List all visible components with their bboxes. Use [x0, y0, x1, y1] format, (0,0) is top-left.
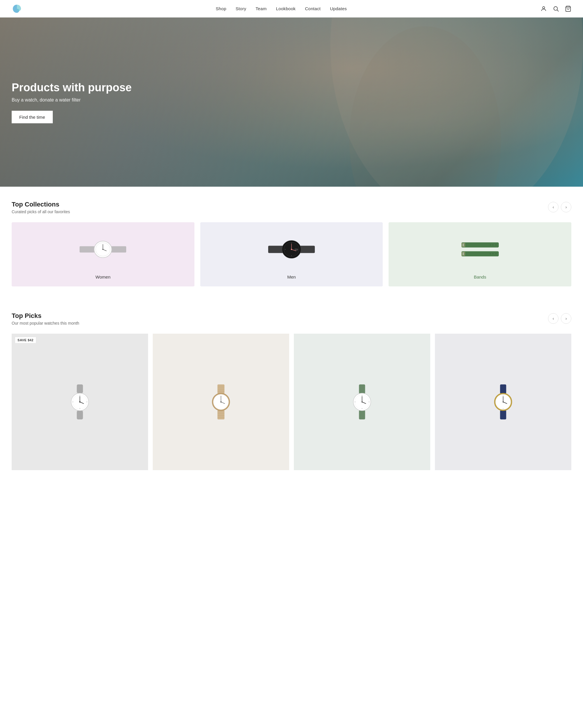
picks-grid: SAVE $42 — [12, 334, 571, 474]
svg-point-34 — [492, 254, 493, 254]
collection-men-card[interactable]: Men — [200, 222, 383, 286]
svg-rect-17 — [295, 249, 298, 251]
bands-image — [457, 236, 503, 262]
pick-watch-4 — [449, 347, 558, 457]
hero-subtitle: Buy a watch, donate a water filter — [12, 97, 132, 102]
picks-next-button[interactable]: › — [561, 313, 571, 324]
collections-heading: Top Collections Curated picks of all our… — [12, 201, 70, 214]
navbar: Shop Story Team Lookbook Contact Updates — [0, 0, 583, 18]
top-picks-section: Top Picks Our most popular watches this … — [0, 298, 583, 485]
account-icon[interactable] — [540, 5, 547, 12]
collections-subtitle: Curated picks of all our favorites — [12, 209, 70, 214]
svg-rect-27 — [463, 243, 463, 246]
nav-links: Shop Story Team Lookbook Contact Updates — [216, 6, 347, 11]
cart-icon[interactable] — [565, 5, 571, 12]
pick-card-4[interactable] — [435, 334, 571, 474]
svg-point-1 — [554, 6, 558, 10]
svg-rect-6 — [80, 246, 95, 252]
pick-watch-1 — [25, 347, 134, 457]
svg-point-0 — [543, 6, 545, 8]
picks-nav: ‹ › — [548, 313, 571, 324]
pick-watch-3 — [308, 347, 417, 457]
nav-team[interactable]: Team — [256, 6, 267, 11]
nav-contact[interactable]: Contact — [305, 6, 321, 11]
svg-point-20 — [291, 249, 292, 250]
svg-rect-37 — [77, 384, 83, 393]
logo[interactable] — [12, 3, 22, 14]
collections-header: Top Collections Curated picks of all our… — [12, 201, 571, 214]
svg-rect-38 — [77, 411, 83, 419]
collection-women-card[interactable]: Women — [12, 222, 194, 286]
picks-heading: Top Picks Our most popular watches this … — [12, 312, 79, 326]
collections-grid: Women — [12, 222, 571, 286]
nav-updates[interactable]: Updates — [330, 6, 347, 11]
svg-point-29 — [495, 244, 496, 245]
collections-next-button[interactable]: › — [561, 202, 571, 212]
hero-section: Products with purpose Buy a watch, donat… — [0, 18, 583, 187]
women-watch-image — [80, 236, 126, 262]
nav-icons — [540, 5, 571, 12]
save-badge-1: SAVE $42 — [15, 337, 36, 343]
pick-card-3[interactable] — [294, 334, 430, 474]
pick-image-1: SAVE $42 — [12, 334, 148, 470]
svg-rect-33 — [463, 252, 463, 255]
svg-point-28 — [492, 244, 493, 245]
svg-point-69 — [361, 401, 363, 402]
pick-image-4 — [435, 334, 571, 470]
svg-rect-63 — [359, 384, 365, 394]
women-label: Women — [95, 275, 110, 280]
svg-rect-13 — [268, 246, 283, 253]
svg-point-80 — [503, 401, 504, 402]
men-label: Men — [287, 275, 296, 280]
nav-story[interactable]: Story — [235, 6, 246, 11]
collections-prev-button[interactable]: ‹ — [548, 202, 558, 212]
svg-rect-14 — [300, 246, 315, 253]
svg-rect-64 — [359, 410, 365, 419]
pick-watch-2 — [166, 347, 275, 457]
pick-card-1[interactable]: SAVE $42 — [12, 334, 148, 474]
svg-line-2 — [557, 10, 558, 11]
top-collections-section: Top Collections Curated picks of all our… — [0, 187, 583, 298]
svg-rect-75 — [500, 410, 506, 419]
svg-point-43 — [79, 401, 81, 403]
svg-point-30 — [490, 244, 491, 245]
hero-content: Products with purpose Buy a watch, donat… — [12, 81, 132, 123]
hero-decoration — [204, 18, 583, 187]
svg-rect-74 — [500, 384, 506, 394]
svg-rect-48 — [218, 384, 224, 394]
picks-title: Top Picks — [12, 312, 79, 320]
svg-point-12 — [103, 249, 104, 250]
svg-point-35 — [495, 254, 496, 254]
bands-label: Bands — [474, 275, 486, 280]
svg-rect-7 — [111, 246, 127, 252]
picks-prev-button[interactable]: ‹ — [548, 313, 558, 324]
picks-header: Top Picks Our most popular watches this … — [12, 312, 571, 326]
nav-lookbook[interactable]: Lookbook — [276, 6, 296, 11]
collections-nav: ‹ › — [548, 202, 571, 212]
pick-image-3 — [294, 334, 430, 470]
svg-point-36 — [490, 254, 491, 254]
pick-card-2[interactable] — [153, 334, 289, 474]
svg-rect-53 — [218, 410, 224, 419]
svg-point-62 — [220, 401, 222, 402]
hero-cta-button[interactable]: Find the time — [12, 110, 53, 123]
logo-icon — [12, 3, 22, 14]
collections-title: Top Collections — [12, 201, 70, 208]
men-watch-image — [268, 236, 315, 262]
collection-bands-card[interactable]: Bands — [389, 222, 571, 286]
search-icon[interactable] — [553, 5, 559, 12]
nav-shop[interactable]: Shop — [216, 6, 226, 11]
hero-title: Products with purpose — [12, 81, 132, 95]
pick-image-2 — [153, 334, 289, 470]
picks-subtitle: Our most popular watches this month — [12, 321, 79, 326]
